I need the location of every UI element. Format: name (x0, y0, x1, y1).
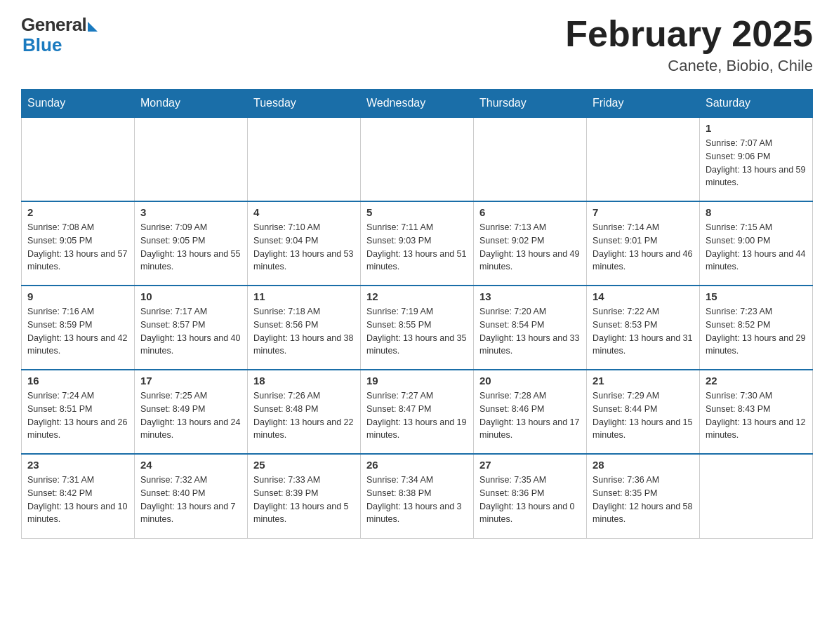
day-info: Sunrise: 7:25 AM Sunset: 8:49 PM Dayligh… (140, 389, 241, 442)
calendar-cell: 21Sunrise: 7:29 AM Sunset: 8:44 PM Dayli… (587, 370, 700, 454)
calendar-cell: 7Sunrise: 7:14 AM Sunset: 9:01 PM Daylig… (587, 201, 700, 286)
logo-arrow-icon (88, 22, 98, 32)
day-info: Sunrise: 7:34 AM Sunset: 8:38 PM Dayligh… (366, 474, 468, 526)
calendar-cell: 6Sunrise: 7:13 AM Sunset: 9:02 PM Daylig… (474, 201, 587, 286)
day-number: 10 (140, 290, 241, 302)
calendar-cell (135, 117, 248, 201)
day-number: 6 (479, 206, 581, 218)
calendar-cell: 2Sunrise: 7:08 AM Sunset: 9:05 PM Daylig… (22, 201, 135, 286)
day-number: 14 (593, 290, 694, 302)
calendar-cell: 11Sunrise: 7:18 AM Sunset: 8:56 PM Dayli… (248, 286, 361, 370)
day-info: Sunrise: 7:33 AM Sunset: 8:39 PM Dayligh… (253, 474, 355, 526)
day-number: 2 (27, 206, 128, 218)
calendar-cell: 27Sunrise: 7:35 AM Sunset: 8:36 PM Dayli… (474, 454, 587, 538)
day-number: 3 (140, 206, 241, 218)
calendar-cell: 28Sunrise: 7:36 AM Sunset: 8:35 PM Dayli… (587, 454, 700, 538)
calendar-cell: 22Sunrise: 7:30 AM Sunset: 8:43 PM Dayli… (700, 370, 813, 454)
calendar-cell: 17Sunrise: 7:25 AM Sunset: 8:49 PM Dayli… (135, 370, 248, 454)
page-header: General Blue February 2025 Canete, Biobi… (21, 14, 813, 75)
day-number: 4 (253, 206, 355, 218)
day-info: Sunrise: 7:10 AM Sunset: 9:04 PM Dayligh… (253, 221, 355, 274)
day-info: Sunrise: 7:24 AM Sunset: 8:51 PM Dayligh… (27, 389, 128, 442)
calendar-cell (700, 454, 813, 538)
weekday-header-thursday: Thursday (474, 90, 587, 118)
day-info: Sunrise: 7:31 AM Sunset: 8:42 PM Dayligh… (27, 474, 128, 526)
day-number: 25 (253, 459, 355, 471)
day-info: Sunrise: 7:36 AM Sunset: 8:35 PM Dayligh… (593, 474, 694, 526)
day-info: Sunrise: 7:14 AM Sunset: 9:01 PM Dayligh… (593, 221, 694, 274)
calendar-cell: 1Sunrise: 7:07 AM Sunset: 9:06 PM Daylig… (700, 117, 813, 201)
day-number: 7 (593, 206, 694, 218)
calendar-cell: 18Sunrise: 7:26 AM Sunset: 8:48 PM Dayli… (248, 370, 361, 454)
day-number: 17 (140, 375, 241, 387)
day-number: 15 (706, 290, 807, 302)
day-info: Sunrise: 7:22 AM Sunset: 8:53 PM Dayligh… (593, 305, 694, 358)
day-number: 27 (479, 459, 581, 471)
calendar-cell: 15Sunrise: 7:23 AM Sunset: 8:52 PM Dayli… (700, 286, 813, 370)
day-number: 5 (366, 206, 468, 218)
calendar-cell (474, 117, 587, 201)
calendar-week-row: 2Sunrise: 7:08 AM Sunset: 9:05 PM Daylig… (22, 201, 813, 286)
calendar-cell: 3Sunrise: 7:09 AM Sunset: 9:05 PM Daylig… (135, 201, 248, 286)
location-text: Canete, Biobio, Chile (565, 57, 813, 75)
day-info: Sunrise: 7:11 AM Sunset: 9:03 PM Dayligh… (366, 221, 468, 274)
day-info: Sunrise: 7:27 AM Sunset: 8:47 PM Dayligh… (366, 389, 468, 442)
calendar-table: SundayMondayTuesdayWednesdayThursdayFrid… (21, 89, 813, 539)
weekday-header-monday: Monday (135, 90, 248, 118)
calendar-week-row: 9Sunrise: 7:16 AM Sunset: 8:59 PM Daylig… (22, 286, 813, 370)
day-number: 18 (253, 375, 355, 387)
weekday-header-row: SundayMondayTuesdayWednesdayThursdayFrid… (22, 90, 813, 118)
calendar-cell (248, 117, 361, 201)
weekday-header-tuesday: Tuesday (248, 90, 361, 118)
day-number: 19 (366, 375, 468, 387)
day-info: Sunrise: 7:15 AM Sunset: 9:00 PM Dayligh… (706, 221, 807, 274)
calendar-week-row: 23Sunrise: 7:31 AM Sunset: 8:42 PM Dayli… (22, 454, 813, 538)
calendar-week-row: 16Sunrise: 7:24 AM Sunset: 8:51 PM Dayli… (22, 370, 813, 454)
day-info: Sunrise: 7:32 AM Sunset: 8:40 PM Dayligh… (140, 474, 241, 526)
day-info: Sunrise: 7:30 AM Sunset: 8:43 PM Dayligh… (706, 389, 807, 442)
day-info: Sunrise: 7:19 AM Sunset: 8:55 PM Dayligh… (366, 305, 468, 358)
day-info: Sunrise: 7:13 AM Sunset: 9:02 PM Dayligh… (479, 221, 581, 274)
calendar-week-row: 1Sunrise: 7:07 AM Sunset: 9:06 PM Daylig… (22, 117, 813, 201)
day-number: 9 (27, 290, 128, 302)
day-info: Sunrise: 7:23 AM Sunset: 8:52 PM Dayligh… (706, 305, 807, 358)
calendar-cell (22, 117, 135, 201)
calendar-cell: 9Sunrise: 7:16 AM Sunset: 8:59 PM Daylig… (22, 286, 135, 370)
calendar-cell: 14Sunrise: 7:22 AM Sunset: 8:53 PM Dayli… (587, 286, 700, 370)
calendar-cell: 10Sunrise: 7:17 AM Sunset: 8:57 PM Dayli… (135, 286, 248, 370)
day-info: Sunrise: 7:16 AM Sunset: 8:59 PM Dayligh… (27, 305, 128, 358)
day-info: Sunrise: 7:08 AM Sunset: 9:05 PM Dayligh… (27, 221, 128, 274)
day-number: 24 (140, 459, 241, 471)
weekday-header-friday: Friday (587, 90, 700, 118)
day-info: Sunrise: 7:35 AM Sunset: 8:36 PM Dayligh… (479, 474, 581, 526)
calendar-cell: 4Sunrise: 7:10 AM Sunset: 9:04 PM Daylig… (248, 201, 361, 286)
day-number: 26 (366, 459, 468, 471)
day-number: 21 (593, 375, 694, 387)
weekday-header-sunday: Sunday (22, 90, 135, 118)
day-info: Sunrise: 7:09 AM Sunset: 9:05 PM Dayligh… (140, 221, 241, 274)
title-section: February 2025 Canete, Biobio, Chile (565, 14, 813, 75)
day-number: 28 (593, 459, 694, 471)
logo: General Blue (21, 14, 98, 56)
day-info: Sunrise: 7:29 AM Sunset: 8:44 PM Dayligh… (593, 389, 694, 442)
day-number: 16 (27, 375, 128, 387)
day-info: Sunrise: 7:28 AM Sunset: 8:46 PM Dayligh… (479, 389, 581, 442)
calendar-cell: 23Sunrise: 7:31 AM Sunset: 8:42 PM Dayli… (22, 454, 135, 538)
day-info: Sunrise: 7:26 AM Sunset: 8:48 PM Dayligh… (253, 389, 355, 442)
day-info: Sunrise: 7:20 AM Sunset: 8:54 PM Dayligh… (479, 305, 581, 358)
day-number: 23 (27, 459, 128, 471)
day-info: Sunrise: 7:07 AM Sunset: 9:06 PM Dayligh… (706, 137, 807, 189)
month-title: February 2025 (565, 14, 813, 54)
calendar-cell (587, 117, 700, 201)
logo-blue-text: Blue (22, 34, 62, 56)
day-number: 1 (706, 122, 807, 134)
weekday-header-wednesday: Wednesday (361, 90, 474, 118)
calendar-cell: 20Sunrise: 7:28 AM Sunset: 8:46 PM Dayli… (474, 370, 587, 454)
logo-general-text: General (21, 14, 86, 36)
calendar-cell: 24Sunrise: 7:32 AM Sunset: 8:40 PM Dayli… (135, 454, 248, 538)
day-number: 8 (706, 206, 807, 218)
day-number: 22 (706, 375, 807, 387)
calendar-cell: 16Sunrise: 7:24 AM Sunset: 8:51 PM Dayli… (22, 370, 135, 454)
day-number: 11 (253, 290, 355, 302)
calendar-cell: 13Sunrise: 7:20 AM Sunset: 8:54 PM Dayli… (474, 286, 587, 370)
